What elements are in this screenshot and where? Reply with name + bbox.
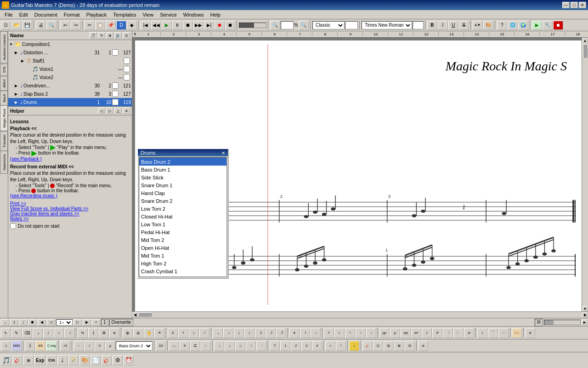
menu-format[interactable]: Format [61,11,83,18]
helper-ctrl-2[interactable]: ▷ [106,108,113,114]
tool-note3[interactable]: ♪ [54,328,64,338]
tool3-add[interactable]: ⊕ [23,355,34,365]
status-scroll-thumb[interactable] [544,320,554,325]
tool-note1[interactable]: 𝅝 [33,328,43,338]
font-select[interactable]: Times New Roman [362,21,412,29]
pause-button[interactable]: ⏸ [172,21,182,30]
tool2-n4[interactable]: 𝄽 [246,341,256,351]
tree-item-voice2[interactable]: 🎵 Voice2 — [8,73,132,81]
drum-item-closedhihat[interactable]: Closed Hi-Hat [139,213,226,220]
tool2-string1[interactable]: T [270,341,280,351]
tool-decres[interactable]: 〉 [453,328,464,338]
tool3-guitar[interactable]: 🎸 [12,355,23,365]
tool2-lines3[interactable]: ⊏ [190,341,200,351]
tool-zoom-out[interactable]: ⊖ [133,328,143,338]
tool-cres[interactable]: 〈 [443,328,453,338]
tool2-guitar3[interactable]: ⊡ [373,341,383,351]
status-note[interactable]: ♩ [19,319,28,326]
zoom-input[interactable]: 75 [281,21,294,29]
tool-score[interactable]: 𝄞 [88,328,98,338]
h-scroll-thumb[interactable] [138,312,152,317]
rewind-start-button[interactable]: |◀ [141,21,151,30]
tool-more[interactable]: » [525,328,535,338]
tool2-pull[interactable]: p [105,341,115,351]
default-button[interactable]: D [116,21,126,30]
tool2-n2[interactable]: ♪ [225,341,235,351]
menu-help[interactable]: Help [207,11,223,18]
menu-file[interactable]: File [2,11,16,18]
tool-tie[interactable]: ⌢ [311,328,321,338]
drum-item-crash1[interactable]: Crash Cymbal 1 [139,267,226,275]
stamp-button[interactable]: ◆ [127,21,137,30]
status-h-scroll[interactable] [544,320,581,325]
italic-button[interactable]: I [438,21,448,30]
tool-rest[interactable]: 𝄽 [300,328,310,338]
tool-num[interactable]: N [78,328,88,338]
color-button[interactable]: A▼ [473,21,483,30]
sidebar-tab-bwv[interactable]: BWV [0,76,8,91]
helper-ctrl-3[interactable]: △ [114,108,122,114]
tool2-1[interactable]: ♫ [1,341,11,351]
tree-icon-3[interactable]: ⊕ [106,32,113,39]
tool-legato[interactable]: ⌒ [488,328,498,338]
tree-item-composition[interactable]: ▼ 📁 Composition1 [8,40,132,48]
sidebar-tab-traveler[interactable]: Traveler [0,131,8,151]
tool3-note[interactable]: ♩ [57,355,68,365]
status-forward[interactable]: ▷ [74,319,82,326]
help-button[interactable]: ? [497,21,507,30]
sidebar-tab-autumn[interactable]: Autumn Leaves [0,31,8,63]
tool2-x2[interactable]: ×2 [60,341,70,351]
tool2-accent2[interactable]: ^ [336,341,346,351]
misc1-button[interactable]: 🔧 [543,21,553,30]
browser-button[interactable]: 🌍 [518,21,528,30]
tool-dot[interactable]: • [289,328,300,338]
paste-button[interactable]: 📌 [106,21,116,30]
tool2-timesig[interactable]: 4/4 [35,341,45,351]
tree-check-dist[interactable] [112,49,119,56]
rewind-button[interactable]: ◀◀ [151,21,161,30]
tool2-string5[interactable]: 4 [312,341,322,351]
drum-item-lowtom2[interactable]: Low Tom 2 [139,205,226,213]
new-button[interactable]: 🗋 [1,21,11,30]
tool-note2[interactable]: ♩ [43,328,53,338]
tool-natural[interactable]: ♮ [199,328,209,338]
tool-dyn1[interactable]: pp [379,328,390,338]
tool-guitar-chord[interactable]: Am [512,328,522,338]
tree-check-slap[interactable] [112,91,119,97]
tool2-guitar6[interactable]: ⊟ [405,341,415,351]
drum-item-handclap[interactable]: Hand Clap [139,189,226,197]
record-button[interactable]: ⏺ [215,21,225,30]
h-scroll-left-btn[interactable]: ◀ [132,312,138,317]
tool-select[interactable]: ↖ [1,328,11,338]
tool3-settings[interactable]: ⚙ [113,355,123,365]
tool2-guitar5[interactable]: ⊠ [394,341,404,351]
tool2-string3[interactable]: 2 [291,341,301,351]
strikethrough-button[interactable]: S [459,21,469,30]
play-button[interactable]: ▶ [162,21,172,30]
tool2-10[interactable]: 10 [156,341,166,351]
no-open-checkbox[interactable] [10,223,16,229]
tool-flat-b[interactable]: ♭ [334,328,345,338]
scroll-down-btn[interactable]: ▼ [582,306,588,311]
tool-nat-b[interactable]: ♮ [345,328,355,338]
tool-sixteenth[interactable]: 𝅘𝅥𝅯 [255,328,265,338]
volume-slider[interactable] [239,23,266,28]
menu-templates[interactable]: Templates [110,11,139,18]
tool-staccato[interactable]: ⋯ [498,328,509,338]
tree-icon-1[interactable]: 🎵 [90,32,97,39]
print-link[interactable]: Print >> [10,201,26,206]
tool-sfz[interactable]: sf [464,328,474,338]
tool2-n5[interactable]: 𝄾 [256,341,266,351]
tool-note4[interactable]: 𝅘𝅥𝅮 [64,328,74,338]
drum-item-midtom2[interactable]: Mid Tom 2 [139,236,226,244]
tool-articulation[interactable]: • [477,328,487,338]
tool-staff[interactable]: ≡ [109,328,119,338]
tool2-treble[interactable]: 𝄞 [25,341,35,351]
drum-item-openhihat[interactable]: Open Hi-Hat [139,244,226,252]
zoom-out-button[interactable]: 🔍 [270,21,280,30]
vertical-scrollbar[interactable]: ▲ ▼ [582,38,588,311]
status-count[interactable]: 1 [10,319,18,326]
drum-item-snare1[interactable]: Snare Drum 1 [139,181,226,189]
undo-button[interactable]: ↩ [60,21,70,30]
tool-eraser[interactable]: ⌫ [22,328,32,338]
